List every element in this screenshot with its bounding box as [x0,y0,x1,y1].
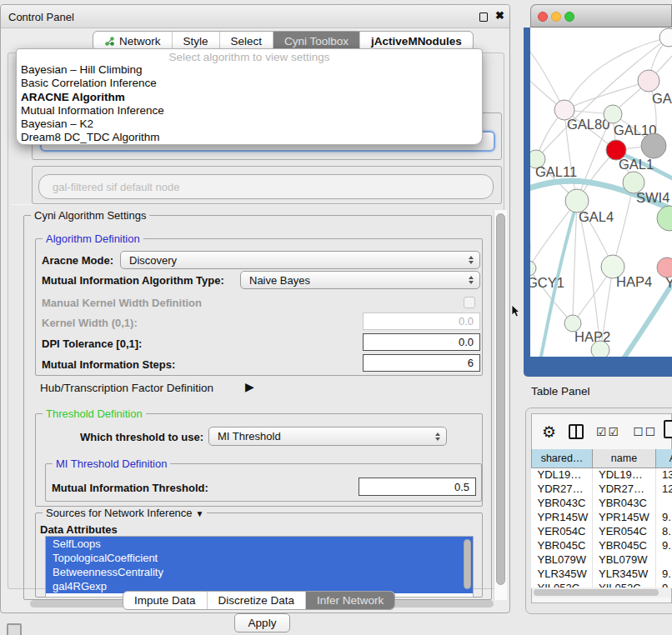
manual-kernel-label: Manual Kernel Width Definition [42,297,202,309]
mi-threshold-field[interactable]: 0.5 [359,478,476,496]
gear-icon[interactable]: ⚙ [542,424,556,440]
table-row[interactable]: YDR27…YDR27…12 [532,482,672,496]
table-cell[interactable]: 8. [656,524,672,538]
settings-vertical-scrollbar[interactable] [494,210,507,600]
tab-network[interactable]: Network [93,32,172,50]
table-cell[interactable]: YLR345W [593,567,656,581]
node-label: GAL [652,91,672,106]
tab-label: Infer Network [317,594,384,607]
table-row[interactable]: YPR145WYPR145W9. [532,510,672,524]
algorithm-option-basic-correlation-inference[interactable]: Basic Correlation Inference [17,77,482,90]
table-cell[interactable]: YER054C [532,524,593,538]
table-row[interactable]: YLR345WYLR345W9. [532,567,672,581]
table-cell[interactable]: YER054C [593,524,656,538]
close-traffic-light-icon[interactable] [538,12,548,22]
attribute-selfloops[interactable]: SelfLoops [46,537,473,551]
apply-button[interactable]: Apply [234,613,290,632]
table-horizontal-scrollbar[interactable] [532,588,671,598]
attributes-list-scrollbar[interactable] [464,539,471,589]
hub-expand-arrow-icon[interactable]: ▶ [245,380,254,393]
control-panel-titlebar[interactable]: Control Panel ✖ [1,5,509,28]
tab-cyni-toolbox[interactable]: Cyni Toolbox [273,32,359,50]
network-node-gcy1[interactable] [530,261,536,276]
node-label: GAL4 [579,209,614,224]
table-cell[interactable]: 9. [656,510,672,524]
float-window-icon[interactable] [479,12,488,22]
table-cell[interactable]: 9. [656,538,672,552]
table-cell[interactable] [656,552,672,567]
tab-label: Cyni Toolbox [284,35,349,48]
network-node[interactable] [591,341,609,357]
tab-select[interactable]: Select [219,32,273,50]
table-row[interactable]: YBL079WYBL079W [532,552,672,567]
bottom-tab-impute-data[interactable]: Impute Data [123,592,207,609]
table-cell[interactable]: YDL19… [532,468,593,482]
minimize-traffic-light-icon[interactable] [551,12,561,22]
node-label: SWI4 [636,190,669,205]
data-table-combo[interactable]: gal-filtered sif default node [38,174,494,199]
table-cell[interactable]: YBR045C [593,538,656,552]
table-cell[interactable]: YBL079W [593,552,656,567]
column-header-name[interactable]: name [593,449,656,468]
network-window-titlebar[interactable] [530,4,672,28]
table-cell[interactable]: YBR043C [532,496,593,510]
algorithm-option-dream8-dc-tdc-algorithm[interactable]: Dream8 DC_TDC Algorithm [17,131,482,144]
algorithm-option-mutual-information-inference[interactable]: Mutual Information Inference [17,104,482,118]
table-row[interactable]: YBR045CYBR045C9. [532,538,672,552]
table-row[interactable]: YER054CYER054C8. [532,524,672,538]
table-cell[interactable]: YBR045C [532,538,593,552]
algorithm-definition-title: Algorithm Definition [43,232,143,245]
table-cell[interactable]: YLR345W [532,567,593,581]
section-divider [12,204,500,205]
table-row[interactable]: YBR043CYBR043C [532,496,672,510]
table-cell[interactable]: YDR27… [532,482,593,496]
table-cell[interactable]: YBR043C [593,496,656,510]
network-node[interactable] [641,133,666,158]
table-cell[interactable]: 13 [656,468,672,482]
table-cell[interactable]: YPR145W [532,510,593,524]
network-canvas[interactable]: GALGAL80GAL10GAL1GAL11SWI4GAL4GCY1HAP4YH… [530,28,672,357]
column-header-a[interactable]: A [656,449,672,468]
table-cell[interactable]: YDL19… [593,468,656,482]
aracne-mode-combo[interactable]: Discovery [120,251,480,269]
tab-jactivemnodules[interactable]: jActiveMNodules [359,32,473,50]
table-cell[interactable]: 9. [656,567,672,581]
kernel-width-field[interactable]: 0.0 [363,312,480,330]
network-node-gal10[interactable] [604,105,622,123]
column-header-shared[interactable]: shared… [532,449,593,468]
bottom-tab-discretize-data[interactable]: Discretize Data [207,592,306,609]
corner-widget-icon[interactable] [7,623,22,635]
bottom-tab-infer-network[interactable]: Infer Network [305,592,394,609]
close-icon[interactable]: ✖ [495,9,504,22]
which-threshold-combo[interactable]: MI Threshold [208,427,447,446]
network-node[interactable] [657,206,672,231]
data-attributes-list[interactable]: SelfLoopsTopologicalCoefficientBetweenne… [45,536,474,598]
table-cell[interactable] [656,496,672,510]
columns-icon[interactable] [569,424,584,439]
table-cell[interactable]: YPR145W [593,510,656,524]
zoom-traffic-light-icon[interactable] [564,12,574,22]
table-row[interactable]: YDL19…YDL19…13 [532,468,672,482]
algorithm-option-bayesian-k2[interactable]: Bayesian – K2 [17,118,482,131]
mi-type-combo[interactable]: Naive Bayes [240,271,480,289]
algorithm-option-bayesian-hill-climbing[interactable]: Bayesian – Hill Climbing [17,63,482,77]
document-icon[interactable] [664,420,672,438]
table-cell[interactable]: YDR27… [593,482,656,496]
settings-group-title: Cyni Algorithm Settings [31,209,149,222]
attribute-topologicalcoefficient[interactable]: TopologicalCoefficient [46,551,473,565]
deselect-all-checkboxes-icon[interactable]: ☐☐ [633,425,657,438]
network-node[interactable] [659,28,672,47]
tab-style[interactable]: Style [172,32,219,50]
attribute-betweennesscentrality[interactable]: BetweennessCentrality [46,565,473,579]
network-node-gal[interactable] [638,70,659,92]
dpi-tolerance-label: DPI Tolerance [0,1]: [42,338,142,350]
dpi-tolerance-field[interactable]: 0.0 [363,333,480,351]
sources-collapse-arrow-icon[interactable]: ▼ [196,509,204,518]
select-all-checkboxes-icon[interactable]: ☑☑ [596,425,620,438]
node-table: shared…nameAYDL19…YDL19…13YDR27…YDR27…12… [531,449,672,588]
mi-steps-field[interactable]: 6 [363,354,480,372]
table-cell[interactable]: 12 [656,482,672,496]
algorithm-option-aracne-algorithm[interactable]: ARACNE Algorithm [17,91,482,104]
table-cell[interactable]: YBL079W [532,552,593,567]
manual-kernel-checkbox[interactable] [464,297,475,308]
